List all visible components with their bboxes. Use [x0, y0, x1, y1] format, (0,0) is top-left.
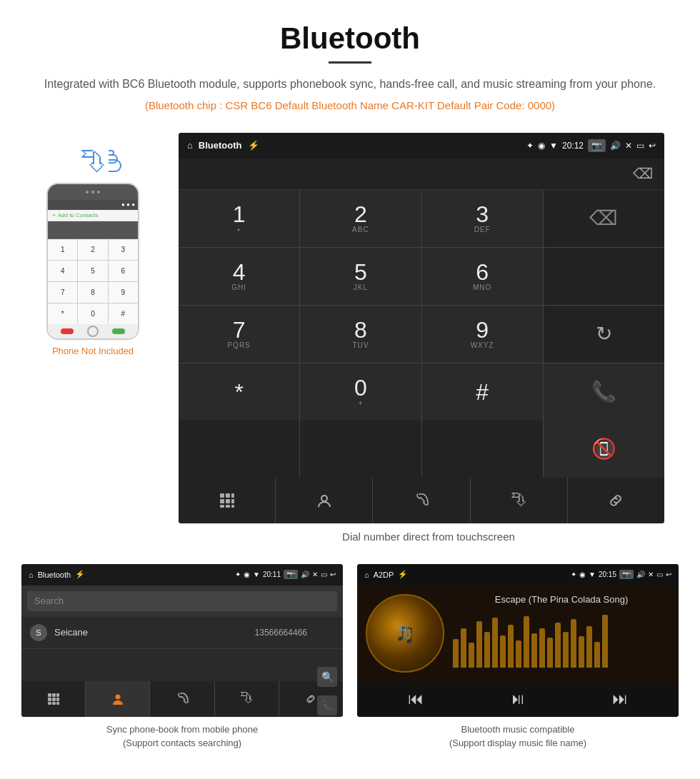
pb-contact-row[interactable]: S Seicane 13566664466 [21, 617, 343, 649]
pb-caption: Sync phone-book from mobile phone (Suppo… [21, 723, 343, 750]
phone-key-1: 1 [48, 239, 77, 260]
eq-bar [508, 625, 514, 668]
dial-key-3[interactable]: 3 DEF [422, 190, 543, 247]
pb-bt-bottom-icon: ⮷ [240, 691, 253, 706]
phone-dot [97, 191, 100, 194]
link-icon [608, 493, 624, 508]
pb-status-bar: ⌂ Bluetooth ⚡ ✦ ◉ ▼ 20:11 📷 🔊 ✕ ▭ ↩ [21, 564, 343, 585]
pb-bt-icon: ✦ [235, 571, 241, 578]
phone-key-hash: # [109, 303, 138, 324]
dial-key-4[interactable]: 4 GHI [179, 248, 299, 305]
pb-search-input[interactable]: Search [27, 591, 337, 611]
phone-home-button [87, 326, 99, 337]
dial-time: 20:12 [562, 141, 584, 151]
bottom-btn-link[interactable] [568, 478, 664, 523]
bottom-btn-phone[interactable] [373, 478, 469, 523]
dial-key-7[interactable]: 7 PQRS [179, 306, 299, 363]
ms-controls: ⏮ ⏯ ⏭ [357, 681, 679, 717]
svg-rect-11 [52, 693, 56, 697]
pb-search-bar: Search [21, 585, 343, 617]
pb-btn-grid[interactable] [21, 681, 85, 717]
title-underline [329, 61, 371, 64]
key-sub-5: JKL [354, 283, 368, 291]
window-icon: ▭ [636, 141, 644, 151]
ms-usb-icon: ⚡ [398, 570, 408, 579]
pb-phone-icon [176, 693, 189, 705]
svg-rect-14 [52, 698, 56, 701]
ms-play-pause-button[interactable]: ⏯ [510, 690, 526, 708]
dial-screen-container: ⌂ Bluetooth ⚡ ✦ ◉ ▼ 20:12 📷 🔊 ✕ ▭ ↩ [179, 133, 679, 543]
eq-bar [461, 628, 466, 668]
eq-bar [547, 638, 553, 668]
pb-btn-phone[interactable] [150, 681, 214, 717]
ms-location-icon: ◉ [579, 571, 586, 578]
dial-empty-extra-1 [179, 421, 299, 478]
pb-btn-contacts[interactable] [86, 681, 149, 717]
eq-bar [602, 615, 608, 668]
dial-key-call[interactable]: 📞 [544, 363, 664, 421]
key-num-1: 1 [233, 203, 246, 226]
pb-window-icon: ▭ [321, 571, 327, 578]
dial-key-6[interactable]: 6 MNO [422, 248, 543, 305]
dial-key-0[interactable]: 0 + [300, 363, 421, 421]
phone-key-0: 0 [78, 303, 107, 324]
dial-key-1[interactable]: 1 ▪ [179, 190, 299, 247]
eq-bar [571, 619, 576, 668]
pb-bottom-bar: ⮷ [21, 681, 343, 717]
dial-key-2[interactable]: 2 ABC [300, 190, 421, 247]
pb-contact-initial: S [30, 624, 47, 641]
phone-key-5: 5 [78, 261, 107, 281]
dial-caption: Dial number direct from touchscreen [179, 531, 679, 543]
dial-key-hash[interactable]: # [422, 363, 543, 421]
phone-not-included-label: Phone Not Included [52, 346, 134, 356]
phone-add-contact: +Add to Contacts [48, 210, 138, 221]
phone-key-4: 4 [48, 261, 77, 281]
dial-empty-extra-2 [300, 421, 421, 478]
dial-display: ⌫ [179, 159, 664, 190]
ms-vol-icon: 🔊 [636, 571, 645, 578]
phone-dot [91, 191, 94, 194]
dial-grid: 1 ▪ 2 ABC 3 DEF ⌫ 4 GHI [179, 190, 664, 421]
key-sub-1: ▪ [237, 226, 241, 233]
bottom-btn-contacts[interactable] [276, 478, 372, 523]
ms-prev-button[interactable]: ⏮ [408, 690, 424, 708]
backspace-button[interactable]: ⌫ [633, 165, 653, 182]
bottom-btn-bluetooth[interactable]: ⮷ [471, 478, 567, 523]
svg-point-19 [115, 694, 120, 699]
ms-next-button[interactable]: ⏭ [612, 690, 628, 708]
call-icon: 📞 [591, 380, 616, 403]
ms-bt-icon: ✦ [571, 571, 576, 578]
key-num-4: 4 [233, 261, 246, 283]
dial-key-9[interactable]: 9 WXYZ [422, 306, 543, 363]
svg-rect-13 [48, 698, 51, 701]
phone-screen: ● ● ● +Add to Contacts 1 2 3 4 5 6 7 8 [48, 200, 138, 338]
dial-key-star[interactable]: * [179, 363, 299, 421]
key-sub-9: WXYZ [471, 341, 494, 349]
bluetooth-symbol: ⮷ [80, 147, 106, 177]
dial-key-8[interactable]: 8 TUV [300, 306, 421, 363]
key-num-7: 7 [233, 318, 246, 341]
backspace-icon: ⌫ [589, 206, 618, 230]
volume-icon: 🔊 [610, 141, 621, 151]
dial-cell-sync[interactable]: ↻ [544, 306, 664, 363]
pb-search-right-icon[interactable]: 🔍 [317, 667, 337, 687]
eq-bar [516, 640, 521, 668]
dial-status-bar: ⌂ Bluetooth ⚡ ✦ ◉ ▼ 20:12 📷 🔊 ✕ ▭ ↩ [179, 133, 664, 159]
dial-key-5[interactable]: 5 JKL [300, 248, 421, 305]
phone-dot [86, 191, 89, 194]
dial-bottom-bar: ⮷ [179, 478, 664, 523]
pb-search-placeholder: Search [34, 595, 64, 606]
dial-key-end[interactable]: 📵 [544, 421, 664, 478]
ms-title: A2DP [374, 571, 394, 579]
pb-btn-bluetooth[interactable]: ⮷ [215, 681, 279, 717]
pb-call-right-icon[interactable]: 📞 [317, 695, 337, 715]
bt-bottom-icon: ⮷ [511, 491, 526, 510]
ms-wifi-icon: ▼ [589, 571, 596, 578]
pb-grid-icon [47, 693, 60, 705]
camera-icon: 📷 [588, 139, 606, 152]
svg-rect-5 [231, 499, 234, 503]
phone-top-bar [48, 184, 138, 200]
svg-rect-2 [231, 493, 234, 498]
pb-back-icon: ↩ [330, 571, 336, 578]
bottom-btn-grid[interactable] [179, 478, 275, 523]
